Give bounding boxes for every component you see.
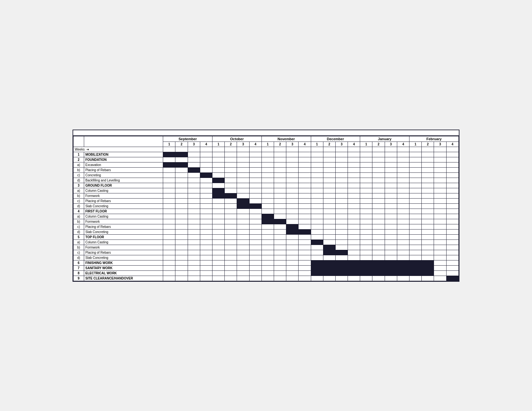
gantt-cell xyxy=(335,219,348,224)
gantt-cell xyxy=(348,209,360,214)
gantt-cell xyxy=(175,203,188,209)
gantt-cell xyxy=(335,162,348,167)
gantt-cell xyxy=(397,240,409,245)
gantt-cell xyxy=(212,167,225,172)
gantt-cell xyxy=(446,162,458,167)
row-desc: Slab Concreting xyxy=(84,255,163,260)
gantt-cell xyxy=(225,260,237,265)
gantt-cell xyxy=(249,214,261,219)
gantt-cell xyxy=(249,245,261,250)
gantt-cell xyxy=(274,229,286,234)
gantt-cell xyxy=(397,245,409,250)
gantt-cell xyxy=(385,193,397,198)
gantt-cell xyxy=(225,157,237,162)
gantt-cell xyxy=(348,250,360,255)
gantt-cell xyxy=(422,188,434,193)
gantt-cell xyxy=(397,178,409,183)
table-row: 6FINISHING WORK xyxy=(74,260,459,265)
gantt-cell xyxy=(360,188,372,193)
gantt-cell xyxy=(434,214,446,219)
gantt-cell xyxy=(360,178,372,183)
gantt-cell xyxy=(422,198,434,203)
gantt-cell xyxy=(446,193,458,198)
gantt-cell xyxy=(397,157,409,162)
gantt-cell xyxy=(200,270,212,276)
gantt-cell xyxy=(237,270,249,276)
gantt-cell xyxy=(212,250,225,255)
gantt-cell xyxy=(175,234,188,240)
row-sn: d) xyxy=(74,203,84,209)
gantt-cell xyxy=(286,224,299,229)
dec-header: December xyxy=(311,136,360,142)
gantt-cell xyxy=(175,240,188,245)
gantt-cell xyxy=(163,214,175,219)
gantt-cell xyxy=(422,224,434,229)
gantt-cell xyxy=(409,167,422,172)
gantt-cell xyxy=(348,157,360,162)
gantt-cell xyxy=(200,229,212,234)
row-desc: SITE CLEARANCE/HANDOVER xyxy=(84,276,163,281)
gantt-cell xyxy=(212,234,225,240)
gantt-cell xyxy=(422,214,434,219)
gantt-cell xyxy=(299,193,311,198)
gantt-cell xyxy=(335,203,348,209)
gantt-cell xyxy=(335,193,348,198)
gantt-cell xyxy=(385,270,397,276)
gantt-cell xyxy=(446,270,458,276)
gantt-cell xyxy=(212,198,225,203)
gantt-cell xyxy=(360,234,372,240)
gantt-cell xyxy=(434,270,446,276)
row-desc: FINISHING WORK xyxy=(84,260,163,265)
gantt-cell xyxy=(409,188,422,193)
gantt-cell xyxy=(212,265,225,270)
gantt-cell xyxy=(163,229,175,234)
gantt-cell xyxy=(212,183,225,188)
gantt-cell xyxy=(348,255,360,260)
gantt-cell xyxy=(409,178,422,183)
table-row: d)Slab Concreting xyxy=(74,229,459,234)
gantt-cell xyxy=(225,172,237,178)
row-desc: FOUNDATION xyxy=(84,157,163,162)
gantt-cell xyxy=(274,157,286,162)
gantt-cell xyxy=(274,214,286,219)
row-sn: d) xyxy=(74,229,84,234)
week-15: 3 xyxy=(335,142,348,147)
gantt-cell xyxy=(299,178,311,183)
gantt-cell xyxy=(200,276,212,281)
gantt-cell xyxy=(348,167,360,172)
gantt-cell xyxy=(446,183,458,188)
gantt-cell xyxy=(200,152,212,157)
gantt-cell xyxy=(237,265,249,270)
gantt-cell xyxy=(323,240,335,245)
row-sn: 8 xyxy=(74,270,84,276)
gantt-cell xyxy=(360,245,372,250)
gantt-cell xyxy=(299,229,311,234)
gantt-cell xyxy=(348,178,360,183)
gantt-cell xyxy=(249,188,261,193)
gantt-cell xyxy=(434,172,446,178)
gantt-cell xyxy=(434,229,446,234)
week-18: 2 xyxy=(372,142,385,147)
gantt-cell xyxy=(299,276,311,281)
row-desc: Concreting xyxy=(84,172,163,178)
gantt-cell xyxy=(397,219,409,224)
gantt-cell xyxy=(200,219,212,224)
gantt-cell xyxy=(188,162,200,167)
gantt-cell xyxy=(163,270,175,276)
week-6: 2 xyxy=(225,142,237,147)
nov-header: November xyxy=(261,136,311,142)
gantt-cell xyxy=(249,178,261,183)
gantt-cell xyxy=(397,224,409,229)
gantt-cell xyxy=(323,162,335,167)
gantt-cell xyxy=(434,183,446,188)
gantt-cell xyxy=(409,276,422,281)
gantt-cell xyxy=(409,183,422,188)
gantt-cell xyxy=(249,152,261,157)
gantt-cell xyxy=(299,224,311,229)
gantt-cell xyxy=(274,198,286,203)
gantt-cell xyxy=(261,198,274,203)
gantt-cell xyxy=(175,276,188,281)
gantt-cell xyxy=(188,219,200,224)
gantt-cell xyxy=(409,172,422,178)
row-sn: 9 xyxy=(74,276,84,281)
